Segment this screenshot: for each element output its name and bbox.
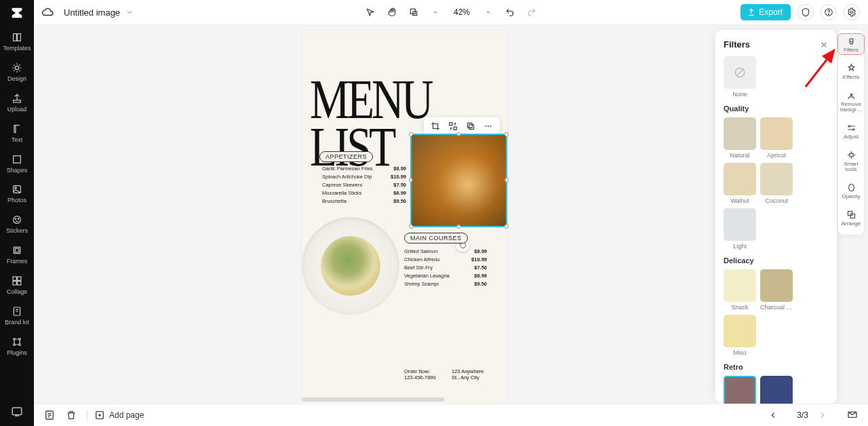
artboard[interactable]: MENU LIST APPETIZERS Garlic Parmesan Fri… xyxy=(302,31,507,404)
menu-row[interactable]: Caprese Skewers$7.50 xyxy=(322,180,406,189)
zoom-chevron-icon[interactable] xyxy=(482,6,494,18)
nav-label: Shapes xyxy=(7,168,28,174)
nav-item-brand-kit[interactable]: Brand kit xyxy=(0,305,34,326)
rail-item-opacity[interactable]: Opacity xyxy=(838,180,864,201)
settings-icon[interactable] xyxy=(844,4,860,20)
feedback-icon[interactable] xyxy=(11,406,23,418)
rail-item-effects[interactable]: Effects xyxy=(838,61,864,81)
crop-icon[interactable] xyxy=(430,121,441,132)
filter-thumb-miami[interactable]: Miami xyxy=(760,376,793,404)
title-chevron-icon[interactable] xyxy=(125,8,134,16)
plate-image[interactable] xyxy=(302,217,399,315)
nav-item-frames[interactable]: Frames xyxy=(0,244,34,265)
hand-tool-icon[interactable] xyxy=(386,6,398,18)
nav-item-photos[interactable]: Photos xyxy=(0,183,34,204)
order-phone: 123-456-7890 xyxy=(404,374,436,381)
menu-row[interactable]: Mozzarella Sticks$6.99 xyxy=(322,189,406,197)
rail-item-smart-tools[interactable]: Smart tools xyxy=(838,148,864,174)
menu-row[interactable]: Spinach Artichoke Dip$10.99 xyxy=(322,172,406,180)
add-page-button[interactable]: Add page xyxy=(94,410,144,421)
resize-handle[interactable] xyxy=(409,132,414,137)
present-icon[interactable] xyxy=(846,409,859,421)
prev-page-icon[interactable] xyxy=(767,409,779,421)
filter-thumb-charcoal-fir-[interactable]: Charcoal fir… xyxy=(760,269,793,311)
order-block[interactable]: Order Now: 123-456-7890 xyxy=(404,368,436,381)
filter-thumb-walnut[interactable]: Walnut xyxy=(724,163,756,204)
zoom-level[interactable]: 42% xyxy=(454,7,470,17)
resize-handle[interactable] xyxy=(504,224,509,229)
rail-item-arrange[interactable]: Arrange xyxy=(838,208,864,228)
nav-item-templates[interactable]: Templates xyxy=(0,31,34,52)
collage-icon xyxy=(11,275,23,287)
nav-item-plugins[interactable]: Plugins xyxy=(0,336,34,357)
left-sidebar: TemplatesDesignUploadTextShapesPhotosSti… xyxy=(0,0,34,426)
undo-icon[interactable] xyxy=(504,6,516,18)
menu-row[interactable]: Chicken Alfredo$10.99 xyxy=(404,255,487,263)
export-button[interactable]: Export xyxy=(741,4,791,20)
filter-thumb-snack[interactable]: Snack xyxy=(724,269,756,311)
selected-image[interactable] xyxy=(410,134,507,227)
nav-item-design[interactable]: Design xyxy=(0,62,34,83)
menu-row[interactable]: Vegetarian Lasagna$6.99 xyxy=(404,271,487,279)
svg-rect-13 xyxy=(18,277,21,280)
menu-row[interactable]: Shrimp Scampi$9.50 xyxy=(404,279,487,288)
filters-icon xyxy=(846,35,856,46)
resize-handle[interactable] xyxy=(504,178,509,182)
rail-item-adjust[interactable]: Adjust xyxy=(838,121,864,141)
top-bar: Untitled image 42% Export xyxy=(34,0,868,25)
delete-icon[interactable] xyxy=(65,409,77,421)
filter-thumb-miso[interactable]: Miso xyxy=(724,315,756,356)
help-icon[interactable] xyxy=(821,4,837,20)
svg-point-35 xyxy=(850,38,853,41)
menu-row[interactable]: Bruschetta$9.50 xyxy=(322,197,406,205)
section-label-main[interactable]: MAIN COURSES xyxy=(404,233,468,244)
resize-handle[interactable] xyxy=(504,132,509,137)
notes-icon[interactable] xyxy=(43,409,56,421)
replace-icon[interactable] xyxy=(448,121,458,132)
shield-icon[interactable] xyxy=(797,4,814,20)
svg-rect-3 xyxy=(14,100,21,102)
rail-item-filters[interactable]: Filters xyxy=(838,34,864,54)
close-icon[interactable] xyxy=(819,40,829,50)
menu-row[interactable]: Beef Stir-Fry$7.50 xyxy=(404,263,487,271)
rail-label: Filters xyxy=(842,47,860,53)
nav-item-collage[interactable]: Collage xyxy=(0,275,34,296)
appetizers-list[interactable]: Garlic Parmesan Fries$8.99Spinach Artich… xyxy=(322,164,406,205)
resize-handle[interactable] xyxy=(456,224,461,229)
nav-item-text[interactable]: Text xyxy=(0,123,34,144)
resize-tool-icon[interactable] xyxy=(408,6,420,18)
menu-row[interactable]: Garlic Parmesan Fries$8.99 xyxy=(322,164,406,172)
copy-icon[interactable] xyxy=(465,121,476,132)
nav-item-stickers[interactable]: Stickers xyxy=(0,214,34,235)
center-toolbar: 42% xyxy=(364,6,538,18)
select-tool-icon[interactable] xyxy=(364,6,376,18)
filter-thumb-light[interactable]: Light xyxy=(724,208,756,250)
resize-handle[interactable] xyxy=(409,224,414,229)
arrange-icon xyxy=(846,209,856,220)
filter-none[interactable]: None xyxy=(724,56,756,98)
menu-row[interactable]: Grilled Salmon$8.99 xyxy=(404,247,487,255)
filter-thumb-apricot[interactable]: Apricot xyxy=(760,117,793,159)
filter-thumb-coconut[interactable]: Coconut xyxy=(760,163,793,204)
redo-icon[interactable] xyxy=(526,6,538,18)
resize-handle[interactable] xyxy=(456,132,461,137)
cloud-icon[interactable] xyxy=(42,6,54,18)
resize-chevron-icon[interactable] xyxy=(429,6,441,18)
filter-thumb-carmel[interactable]: Carmel xyxy=(724,376,756,404)
next-page-icon[interactable] xyxy=(816,409,829,421)
address-block[interactable]: 123 Anywhere St., Any City xyxy=(452,368,484,381)
item-price: $6.99 xyxy=(474,273,487,279)
nav-item-shapes[interactable]: Shapes xyxy=(0,153,34,174)
more-icon[interactable] xyxy=(483,121,494,132)
horizontal-scrollbar[interactable] xyxy=(302,398,444,402)
resize-handle[interactable] xyxy=(409,178,414,182)
filters-title: Filters xyxy=(724,39,750,50)
nav-item-upload[interactable]: Upload xyxy=(0,92,34,113)
mains-list[interactable]: Grilled Salmon$8.99Chicken Alfredo$10.99… xyxy=(404,247,487,288)
item-price: $9.50 xyxy=(393,198,406,204)
filter-thumb-natural[interactable]: Natural xyxy=(724,117,756,159)
document-title[interactable]: Untitled image xyxy=(64,7,120,18)
app-logo[interactable] xyxy=(8,4,26,22)
section-label-appetizers[interactable]: APPETIZERS xyxy=(319,151,373,162)
rail-item-remove-backgr-[interactable]: Remove backgr… xyxy=(838,88,864,114)
